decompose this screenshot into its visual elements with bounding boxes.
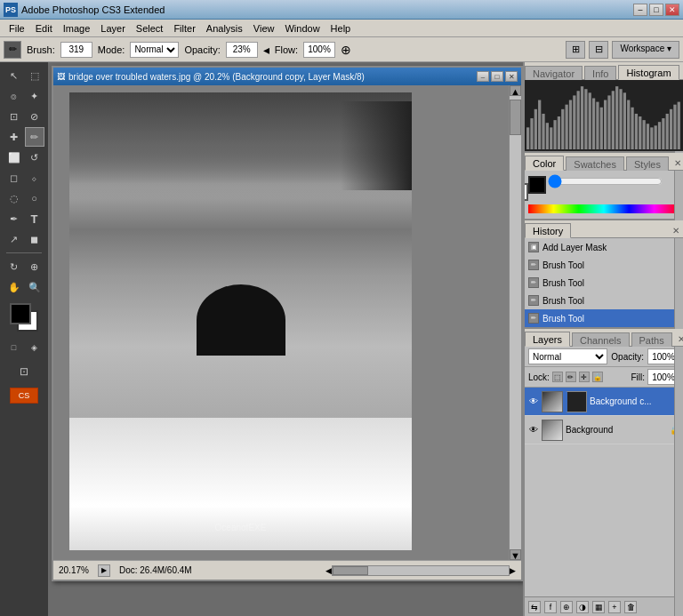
layer-row-1[interactable]: 👁Background🔒 (525, 416, 683, 444)
zoom-tool[interactable]: 🔍 (25, 277, 44, 297)
history-brush-tool[interactable]: ↺ (25, 148, 44, 167)
tab-paths[interactable]: Paths (631, 332, 672, 347)
menu-layer[interactable]: Layer (95, 21, 131, 36)
layers-link-btn[interactable]: ⇆ (528, 601, 541, 613)
eraser-tool[interactable]: ◻ (4, 168, 24, 188)
doc-maximize-btn[interactable]: □ (491, 71, 503, 82)
healing-tool[interactable]: ✚ (4, 127, 24, 147)
layer-visibility-0[interactable]: 👁 (528, 396, 539, 407)
layers-new-btn[interactable]: + (608, 601, 621, 613)
layers-delete-btn[interactable]: 🗑 (624, 601, 637, 613)
menu-view[interactable]: View (248, 21, 280, 36)
color-panel-close[interactable]: ✕ (671, 156, 683, 170)
color-fg-swatch[interactable] (528, 176, 546, 194)
k-slider[interactable] (548, 178, 663, 185)
flow-input[interactable] (303, 42, 335, 58)
menu-help[interactable]: Help (325, 21, 357, 36)
menu-filter[interactable]: Filter (168, 21, 200, 36)
fill-tool[interactable]: ⬦ (25, 168, 44, 188)
airbrush-icon[interactable]: ⊕ (341, 43, 351, 57)
3d-rotate-tool[interactable]: ↻ (4, 257, 24, 276)
doc-scrollbar-v[interactable]: ▲ ▼ (509, 85, 521, 560)
pen-tool[interactable]: ✒ (4, 209, 24, 228)
opacity-input[interactable] (226, 42, 258, 58)
layout-icon[interactable]: ⊟ (589, 41, 608, 59)
tab-histogram[interactable]: Histogram (618, 65, 679, 80)
type-tool[interactable]: T (25, 209, 44, 228)
crop-tool[interactable]: ⊡ (4, 107, 24, 126)
doc-minimize-btn[interactable]: – (477, 71, 489, 82)
opacity-slider-icon[interactable]: ◂ (263, 43, 269, 57)
move-tool[interactable]: ↖ (4, 66, 24, 85)
menu-select[interactable]: Select (131, 21, 169, 36)
doc-close-btn[interactable]: ✕ (505, 71, 518, 82)
3d-pan-tool[interactable]: ⊕ (25, 257, 44, 276)
tab-channels[interactable]: Channels (572, 332, 629, 347)
lock-transparent-btn[interactable]: ⬚ (552, 372, 563, 382)
history-item-4[interactable]: ✏Brush Tool (525, 309, 683, 327)
dodge-tool[interactable]: ○ (25, 188, 44, 208)
scroll-thumb-v[interactable] (510, 100, 521, 135)
brush-tool[interactable]: ✏ (25, 127, 44, 147)
layers-adj-btn[interactable]: ◑ (576, 601, 589, 613)
stamp-tool[interactable]: ⬜ (4, 148, 24, 167)
slice-tool[interactable]: ⊘ (25, 107, 44, 126)
status-expand-btn[interactable]: ▶ (98, 564, 110, 577)
blend-mode-dropdown[interactable]: Normal (528, 348, 607, 364)
history-item-3[interactable]: ✏Brush Tool (525, 292, 683, 309)
right-scrollbar[interactable] (674, 124, 683, 616)
mode-dropdown[interactable]: Normal (130, 42, 179, 58)
scrollbar-h-track[interactable] (332, 565, 510, 576)
lasso-tool[interactable]: ⌾ (4, 86, 24, 106)
maximize-button[interactable]: □ (649, 4, 663, 16)
layers-group-btn[interactable]: ▦ (592, 601, 605, 613)
layer-row-0[interactable]: 👁Background c... (525, 388, 683, 416)
menu-image[interactable]: Image (58, 21, 96, 36)
close-button[interactable]: ✕ (665, 4, 679, 16)
quickmask-mode-btn[interactable]: ◈ (25, 338, 44, 357)
minimize-button[interactable]: – (633, 4, 647, 16)
path-select-tool[interactable]: ↗ (4, 229, 24, 249)
scrollbar-h-thumb[interactable] (333, 566, 368, 575)
tool-icon[interactable]: ✏ (4, 41, 21, 59)
layer-visibility-1[interactable]: 👁 (528, 425, 539, 436)
menu-file[interactable]: File (4, 21, 30, 36)
menu-window[interactable]: Window (279, 21, 325, 36)
hand-tool[interactable]: ✋ (4, 277, 24, 297)
tab-layers[interactable]: Layers (525, 332, 570, 347)
toggle-icon[interactable]: ⊞ (566, 41, 585, 59)
menu-analysis[interactable]: Analysis (201, 21, 248, 36)
history-item-1[interactable]: ✏Brush Tool (525, 256, 683, 274)
layers-mask-btn[interactable]: ⊕ (560, 601, 573, 613)
scroll-down-btn[interactable]: ▼ (510, 549, 521, 560)
lock-move-btn[interactable]: ✛ (579, 372, 590, 382)
lock-paint-btn[interactable]: ✏ (566, 372, 576, 382)
document-content[interactable]: OceanofEXE ▲ ▼ (53, 85, 521, 560)
scroll-up-btn[interactable]: ▲ (510, 85, 521, 96)
workspace-button[interactable]: Workspace ▾ (612, 41, 679, 59)
standard-mode-btn[interactable]: □ (4, 338, 24, 357)
tab-info[interactable]: Info (584, 66, 616, 80)
screen-mode-btn[interactable]: ⊡ (14, 362, 34, 381)
history-panel-close[interactable]: ✕ (669, 224, 683, 237)
fg-color-swatch[interactable] (10, 303, 31, 324)
scroll-left-btn[interactable]: ◀ (325, 566, 332, 575)
layers-panel-close[interactable]: ✕ (674, 332, 683, 346)
scroll-right-btn[interactable]: ▶ (510, 566, 516, 575)
tab-navigator[interactable]: Navigator (525, 66, 583, 80)
lock-all-btn[interactable]: 🔒 (592, 372, 603, 382)
tab-color[interactable]: Color (525, 156, 564, 171)
tab-history[interactable]: History (525, 223, 571, 238)
select-tool[interactable]: ⬚ (25, 66, 44, 85)
history-item-2[interactable]: ✏Brush Tool (525, 274, 683, 292)
menu-edit[interactable]: Edit (30, 21, 58, 36)
brush-size-input[interactable] (60, 42, 92, 58)
history-item-0[interactable]: ▣Add Layer Mask (525, 238, 683, 256)
shape-tool[interactable]: ◼ (25, 229, 44, 249)
tab-styles[interactable]: Styles (626, 156, 669, 171)
color-spectrum[interactable] (528, 204, 679, 213)
canvas-image[interactable]: OceanofEXE (69, 92, 412, 550)
magic-wand-tool[interactable]: ✦ (25, 86, 44, 106)
tab-swatches[interactable]: Swatches (566, 156, 624, 171)
layers-fx-btn[interactable]: f (544, 601, 557, 613)
